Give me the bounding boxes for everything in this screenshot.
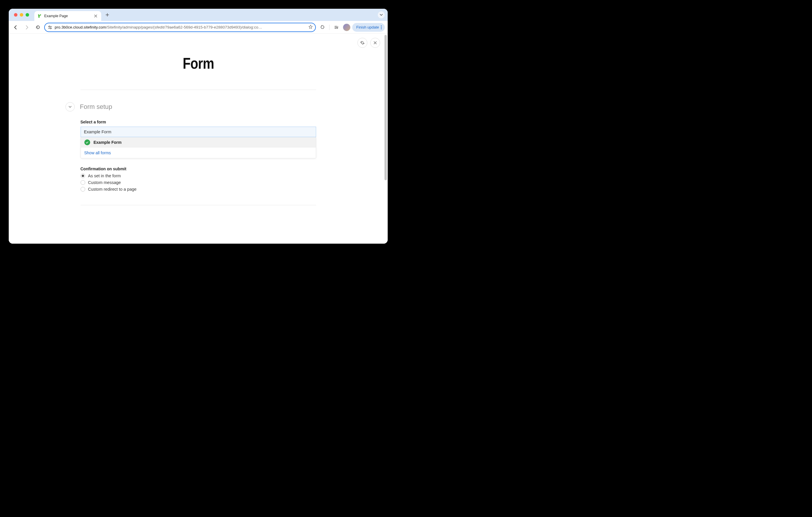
dialog-top-actions	[357, 38, 380, 48]
form-config-panel: Form Form setup Select a form	[63, 34, 334, 217]
radio-custom-message[interactable]: Custom message	[81, 180, 316, 185]
svg-point-2	[381, 25, 382, 26]
browser-toolbar: pro.3b0ce.cloud.sitefinity.com/Sitefinit…	[9, 21, 388, 34]
new-tab-button[interactable]	[103, 10, 112, 19]
section-divider-bottom	[81, 205, 316, 205]
profile-avatar[interactable]	[343, 24, 350, 31]
extensions-icon[interactable]	[318, 23, 327, 32]
window-minimize-button[interactable]	[20, 13, 23, 17]
finish-update-button[interactable]: Finish update	[352, 23, 385, 32]
check-circle-icon	[84, 139, 90, 145]
svg-point-0	[49, 26, 50, 27]
show-all-forms-link[interactable]: Show all forms	[81, 147, 316, 158]
select-form-input[interactable]	[81, 127, 316, 137]
bookmark-star-icon[interactable]	[308, 24, 313, 30]
gear-icon	[360, 40, 365, 45]
kebab-icon	[381, 25, 382, 29]
radio-icon	[81, 180, 85, 185]
tab-close-button[interactable]	[93, 13, 98, 19]
section-header: Form setup	[81, 102, 316, 111]
radio-label: Custom redirect to a page	[88, 187, 137, 192]
back-button[interactable]	[11, 23, 20, 32]
url-domain: pro.3b0ce.cloud.sitefinity.com	[55, 25, 106, 29]
url-path: /Sitefinity/adminapp/pages/(sfedit/79ae6…	[106, 25, 262, 29]
site-settings-icon[interactable]	[48, 25, 52, 30]
forward-button[interactable]	[22, 23, 31, 32]
radio-label: Custom message	[88, 180, 121, 185]
page-viewport: Form Form setup Select a form	[9, 34, 388, 244]
radio-icon	[81, 187, 85, 192]
update-label: Finish update	[356, 25, 379, 29]
tab-list-button[interactable]	[378, 11, 385, 18]
browser-tab[interactable]: Example Page	[34, 11, 101, 21]
confirmation-group-label: Confirmation on submit	[81, 166, 316, 171]
window-controls	[9, 13, 34, 17]
radio-custom-redirect[interactable]: Custom redirect to a page	[81, 187, 316, 192]
svg-point-3	[381, 27, 382, 28]
toolbar-divider	[329, 25, 329, 30]
radio-label: As set in the form	[88, 173, 121, 178]
svg-point-4	[381, 28, 382, 29]
select-form-label: Select a form	[81, 120, 316, 124]
form-dropdown: Example Form Show all forms	[81, 137, 316, 158]
media-control-icon[interactable]	[332, 23, 341, 32]
scrollbar[interactable]	[384, 35, 387, 243]
scrollbar-thumb[interactable]	[384, 35, 387, 180]
form-dropdown-option-label: Example Form	[94, 140, 122, 145]
sitefinity-icon	[37, 14, 42, 18]
window-fullscreen-button[interactable]	[26, 13, 29, 17]
window-close-button[interactable]	[14, 13, 18, 17]
settings-button[interactable]	[357, 38, 367, 48]
select-form-field: Select a form Example Form Show all form…	[81, 120, 316, 158]
svg-point-1	[50, 28, 51, 29]
chevron-down-icon	[68, 105, 72, 109]
page-title: Form	[102, 54, 295, 72]
section-title: Form setup	[80, 103, 112, 111]
tab-title: Example Page	[44, 14, 68, 18]
section-divider	[81, 90, 316, 90]
radio-as-set-in-form[interactable]: As set in the form	[81, 173, 316, 178]
confirmation-group: Confirmation on submit As set in the for…	[81, 166, 316, 192]
radio-icon	[81, 173, 85, 178]
reload-button[interactable]	[33, 23, 42, 32]
close-dialog-button[interactable]	[370, 38, 380, 48]
browser-window: Example Page pro.3b0ce.cloud.sitefin	[9, 9, 388, 244]
section-collapse-button[interactable]	[65, 102, 75, 111]
tab-strip: Example Page	[9, 9, 388, 21]
address-bar[interactable]: pro.3b0ce.cloud.sitefinity.com/Sitefinit…	[44, 23, 316, 32]
form-dropdown-option[interactable]: Example Form	[81, 137, 316, 147]
url-text: pro.3b0ce.cloud.sitefinity.com/Sitefinit…	[55, 25, 306, 29]
close-icon	[373, 41, 377, 45]
